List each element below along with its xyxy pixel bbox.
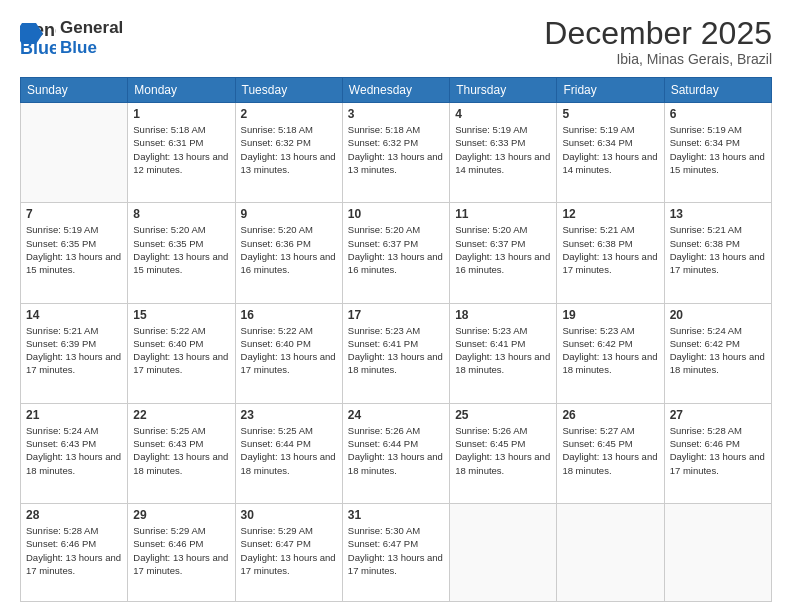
day-number: 13 [670,207,766,221]
day-number: 1 [133,107,229,121]
table-row: 15Sunrise: 5:22 AM Sunset: 6:40 PM Dayli… [128,303,235,403]
day-info: Sunrise: 5:20 AM Sunset: 6:36 PM Dayligh… [241,223,337,276]
table-row [21,103,128,203]
day-info: Sunrise: 5:23 AM Sunset: 6:41 PM Dayligh… [348,324,444,377]
table-row: 24Sunrise: 5:26 AM Sunset: 6:44 PM Dayli… [342,403,449,503]
day-info: Sunrise: 5:26 AM Sunset: 6:45 PM Dayligh… [455,424,551,477]
day-info: Sunrise: 5:20 AM Sunset: 6:37 PM Dayligh… [348,223,444,276]
day-info: Sunrise: 5:18 AM Sunset: 6:32 PM Dayligh… [241,123,337,176]
calendar-week-row: 28Sunrise: 5:28 AM Sunset: 6:46 PM Dayli… [21,504,772,602]
table-row: 31Sunrise: 5:30 AM Sunset: 6:47 PM Dayli… [342,504,449,602]
day-info: Sunrise: 5:24 AM Sunset: 6:43 PM Dayligh… [26,424,122,477]
table-row [450,504,557,602]
calendar-week-row: 14Sunrise: 5:21 AM Sunset: 6:39 PM Dayli… [21,303,772,403]
day-number: 6 [670,107,766,121]
day-info: Sunrise: 5:20 AM Sunset: 6:37 PM Dayligh… [455,223,551,276]
logo-icon: General Blue [20,16,56,60]
day-info: Sunrise: 5:29 AM Sunset: 6:47 PM Dayligh… [241,524,337,577]
day-number: 26 [562,408,658,422]
day-number: 31 [348,508,444,522]
col-thursday: Thursday [450,78,557,103]
table-row: 12Sunrise: 5:21 AM Sunset: 6:38 PM Dayli… [557,203,664,303]
day-info: Sunrise: 5:18 AM Sunset: 6:31 PM Dayligh… [133,123,229,176]
table-row: 20Sunrise: 5:24 AM Sunset: 6:42 PM Dayli… [664,303,771,403]
day-info: Sunrise: 5:21 AM Sunset: 6:39 PM Dayligh… [26,324,122,377]
day-info: Sunrise: 5:28 AM Sunset: 6:46 PM Dayligh… [26,524,122,577]
day-number: 22 [133,408,229,422]
calendar-week-row: 7Sunrise: 5:19 AM Sunset: 6:35 PM Daylig… [21,203,772,303]
day-info: Sunrise: 5:24 AM Sunset: 6:42 PM Dayligh… [670,324,766,377]
day-info: Sunrise: 5:18 AM Sunset: 6:32 PM Dayligh… [348,123,444,176]
day-info: Sunrise: 5:25 AM Sunset: 6:43 PM Dayligh… [133,424,229,477]
day-number: 24 [348,408,444,422]
calendar-header-row: Sunday Monday Tuesday Wednesday Thursday… [21,78,772,103]
table-row [664,504,771,602]
day-number: 25 [455,408,551,422]
table-row: 25Sunrise: 5:26 AM Sunset: 6:45 PM Dayli… [450,403,557,503]
day-info: Sunrise: 5:26 AM Sunset: 6:44 PM Dayligh… [348,424,444,477]
day-info: Sunrise: 5:21 AM Sunset: 6:38 PM Dayligh… [670,223,766,276]
table-row: 5Sunrise: 5:19 AM Sunset: 6:34 PM Daylig… [557,103,664,203]
day-info: Sunrise: 5:22 AM Sunset: 6:40 PM Dayligh… [241,324,337,377]
day-number: 27 [670,408,766,422]
calendar-table: Sunday Monday Tuesday Wednesday Thursday… [20,77,772,602]
day-number: 9 [241,207,337,221]
day-number: 28 [26,508,122,522]
table-row: 19Sunrise: 5:23 AM Sunset: 6:42 PM Dayli… [557,303,664,403]
day-number: 20 [670,308,766,322]
table-row: 27Sunrise: 5:28 AM Sunset: 6:46 PM Dayli… [664,403,771,503]
table-row: 22Sunrise: 5:25 AM Sunset: 6:43 PM Dayli… [128,403,235,503]
table-row: 17Sunrise: 5:23 AM Sunset: 6:41 PM Dayli… [342,303,449,403]
title-block: December 2025 Ibia, Minas Gerais, Brazil [544,16,772,67]
day-info: Sunrise: 5:30 AM Sunset: 6:47 PM Dayligh… [348,524,444,577]
day-info: Sunrise: 5:23 AM Sunset: 6:42 PM Dayligh… [562,324,658,377]
table-row: 13Sunrise: 5:21 AM Sunset: 6:38 PM Dayli… [664,203,771,303]
table-row: 6Sunrise: 5:19 AM Sunset: 6:34 PM Daylig… [664,103,771,203]
day-info: Sunrise: 5:19 AM Sunset: 6:34 PM Dayligh… [670,123,766,176]
col-sunday: Sunday [21,78,128,103]
header: General Blue General Blue December 2025 … [20,16,772,67]
day-number: 8 [133,207,229,221]
day-number: 30 [241,508,337,522]
table-row: 9Sunrise: 5:20 AM Sunset: 6:36 PM Daylig… [235,203,342,303]
table-row: 16Sunrise: 5:22 AM Sunset: 6:40 PM Dayli… [235,303,342,403]
table-row: 18Sunrise: 5:23 AM Sunset: 6:41 PM Dayli… [450,303,557,403]
table-row: 28Sunrise: 5:28 AM Sunset: 6:46 PM Dayli… [21,504,128,602]
subtitle: Ibia, Minas Gerais, Brazil [544,51,772,67]
day-info: Sunrise: 5:29 AM Sunset: 6:46 PM Dayligh… [133,524,229,577]
day-number: 2 [241,107,337,121]
day-number: 19 [562,308,658,322]
table-row: 11Sunrise: 5:20 AM Sunset: 6:37 PM Dayli… [450,203,557,303]
logo-general-text: General [60,18,123,38]
table-row: 26Sunrise: 5:27 AM Sunset: 6:45 PM Dayli… [557,403,664,503]
day-number: 14 [26,308,122,322]
col-friday: Friday [557,78,664,103]
day-number: 21 [26,408,122,422]
col-tuesday: Tuesday [235,78,342,103]
day-number: 4 [455,107,551,121]
day-info: Sunrise: 5:27 AM Sunset: 6:45 PM Dayligh… [562,424,658,477]
day-number: 7 [26,207,122,221]
day-info: Sunrise: 5:20 AM Sunset: 6:35 PM Dayligh… [133,223,229,276]
table-row: 7Sunrise: 5:19 AM Sunset: 6:35 PM Daylig… [21,203,128,303]
table-row: 3Sunrise: 5:18 AM Sunset: 6:32 PM Daylig… [342,103,449,203]
day-number: 16 [241,308,337,322]
day-number: 18 [455,308,551,322]
day-number: 15 [133,308,229,322]
day-number: 3 [348,107,444,121]
logo-blue-text: Blue [60,38,123,58]
logo: General Blue General Blue [20,16,123,60]
table-row: 29Sunrise: 5:29 AM Sunset: 6:46 PM Dayli… [128,504,235,602]
day-number: 23 [241,408,337,422]
table-row: 30Sunrise: 5:29 AM Sunset: 6:47 PM Dayli… [235,504,342,602]
table-row: 23Sunrise: 5:25 AM Sunset: 6:44 PM Dayli… [235,403,342,503]
day-number: 5 [562,107,658,121]
day-info: Sunrise: 5:22 AM Sunset: 6:40 PM Dayligh… [133,324,229,377]
day-number: 11 [455,207,551,221]
col-monday: Monday [128,78,235,103]
day-info: Sunrise: 5:19 AM Sunset: 6:33 PM Dayligh… [455,123,551,176]
table-row: 8Sunrise: 5:20 AM Sunset: 6:35 PM Daylig… [128,203,235,303]
day-info: Sunrise: 5:25 AM Sunset: 6:44 PM Dayligh… [241,424,337,477]
table-row: 14Sunrise: 5:21 AM Sunset: 6:39 PM Dayli… [21,303,128,403]
day-info: Sunrise: 5:19 AM Sunset: 6:35 PM Dayligh… [26,223,122,276]
